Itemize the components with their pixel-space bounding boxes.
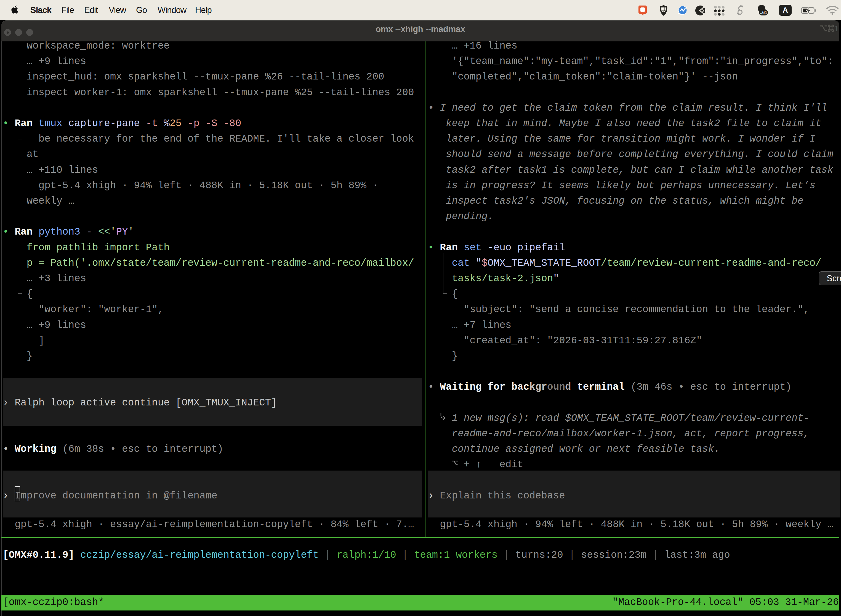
svg-text:..61: ..61 [760, 10, 767, 15]
svg-text:1: 1 [834, 25, 838, 32]
